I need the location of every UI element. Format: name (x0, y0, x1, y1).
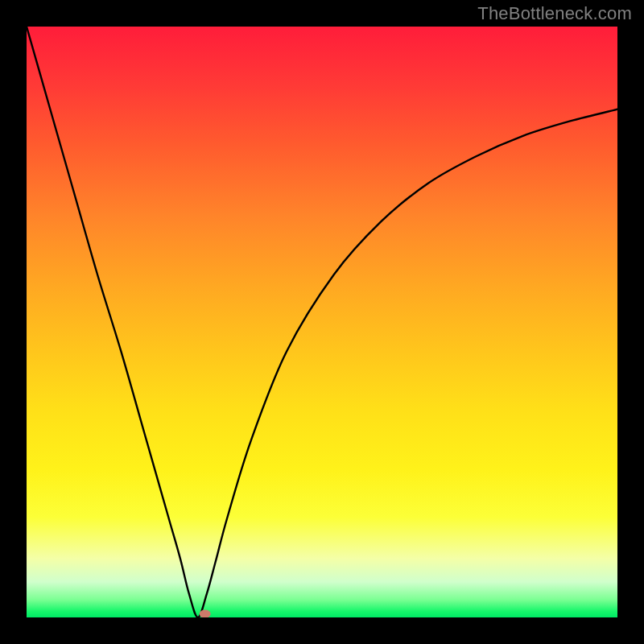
plot-area (27, 27, 617, 617)
curve-svg (27, 27, 617, 617)
chart-frame: TheBottleneck.com (0, 0, 644, 644)
bottleneck-curve (27, 27, 617, 617)
watermark-text: TheBottleneck.com (477, 3, 632, 24)
